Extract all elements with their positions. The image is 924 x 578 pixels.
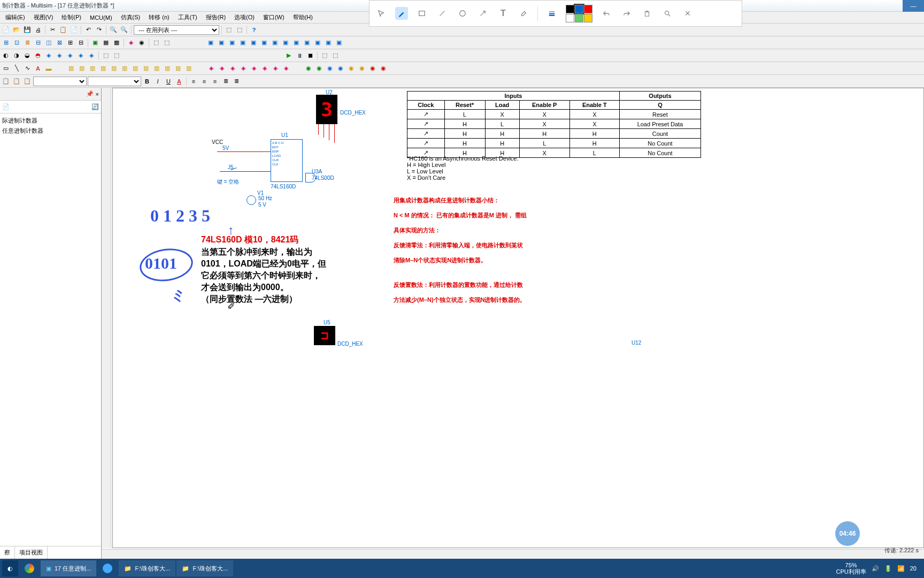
tree-item[interactable]: 际进制计数器: [2, 116, 99, 126]
start-button[interactable]: ◐: [2, 560, 18, 576]
zoom-out-icon[interactable]: 🔍: [119, 25, 129, 35]
tree-new-icon[interactable]: 📄: [2, 103, 10, 110]
connector-icon[interactable]: ◈: [228, 64, 237, 73]
open-icon[interactable]: 📂: [12, 25, 21, 35]
probe-icon[interactable]: ◉: [325, 64, 335, 73]
align-icon[interactable]: ▥: [120, 64, 129, 73]
align-icon[interactable]: ▥: [66, 64, 76, 73]
new-icon[interactable]: 📄: [1, 25, 11, 35]
align-icon[interactable]: ▥: [88, 64, 97, 73]
sim-tool-icon[interactable]: ⬚: [101, 51, 111, 60]
instrument-icon[interactable]: ▣: [238, 38, 248, 48]
taskbar-multisim[interactable]: ▣17 任意进制...: [41, 560, 96, 576]
sim-tool-icon[interactable]: ◓: [33, 51, 43, 60]
align-icon[interactable]: ▥: [130, 64, 140, 73]
bold-icon[interactable]: B: [142, 77, 152, 86]
probe-icon[interactable]: ◉: [304, 64, 313, 73]
component-icon[interactable]: ⊞: [1, 38, 11, 48]
instrument-icon[interactable]: ▣: [334, 38, 344, 48]
circle-tool[interactable]: [456, 7, 469, 20]
align-icon[interactable]: ▥: [152, 64, 161, 73]
cursor-tool[interactable]: [375, 7, 388, 20]
close-panel-icon[interactable]: ×: [96, 91, 99, 97]
component-icon[interactable]: ⬚: [151, 38, 161, 48]
instrument-icon[interactable]: ▣: [270, 38, 280, 48]
delete-button[interactable]: [641, 7, 653, 20]
paste-icon[interactable]: 📄: [69, 25, 79, 35]
arrow-tool[interactable]: [476, 7, 489, 20]
zoom-in-icon[interactable]: 🔍: [109, 25, 118, 35]
menu-edit[interactable]: 编辑(E): [1, 12, 29, 22]
component-icon[interactable]: ⊟: [76, 38, 86, 48]
rect-tool[interactable]: [415, 7, 428, 20]
connector-icon[interactable]: ◈: [206, 64, 216, 73]
align-icon[interactable]: ▥: [173, 64, 183, 73]
component-icon[interactable]: ▩: [112, 38, 121, 48]
design-tree[interactable]: 际进制计数器 任意进制计数器: [0, 113, 101, 546]
instrument-icon[interactable]: ▣: [291, 38, 301, 48]
list-combo[interactable]: --- 在用列表 ---: [134, 25, 219, 35]
redo-button[interactable]: [620, 7, 633, 20]
sim-tool-icon[interactable]: ◒: [22, 51, 32, 60]
sim-tool-icon[interactable]: ◐: [1, 51, 11, 60]
tree-item[interactable]: 任意进制计数器: [2, 126, 99, 136]
connector-icon[interactable]: ◈: [271, 64, 280, 73]
connector-icon[interactable]: ◈: [238, 64, 248, 73]
align-icon[interactable]: ▥: [184, 64, 194, 73]
chip-74ls160d[interactable]: A B C DENTENPLOADCLRCLK: [271, 139, 303, 182]
sim-tool-icon[interactable]: ◈: [76, 51, 86, 60]
component-icon[interactable]: ⬚: [162, 38, 172, 48]
format-icon[interactable]: 📋: [12, 77, 21, 86]
format-icon[interactable]: 📋: [1, 77, 11, 86]
pen-tool[interactable]: [395, 7, 408, 20]
probe-icon[interactable]: ◉: [336, 64, 345, 73]
tray-icon[interactable]: 📶: [897, 565, 905, 572]
help-icon[interactable]: ?: [249, 25, 259, 35]
instrument-icon[interactable]: ▣: [249, 38, 258, 48]
connector-icon[interactable]: ◈: [281, 64, 291, 73]
menu-mcu[interactable]: MCU(M): [86, 13, 117, 22]
seven-segment-display-2[interactable]: ⊐: [314, 326, 335, 345]
color-palette[interactable]: [566, 5, 592, 22]
tool-a-icon[interactable]: ⬚: [224, 25, 234, 35]
component-icon[interactable]: ≣: [22, 38, 32, 48]
instrument-icon[interactable]: ▣: [206, 38, 215, 48]
format-icon[interactable]: 📋: [22, 77, 32, 86]
system-tray[interactable]: 75% CPU利用率 🔊 🔋 📶 20: [831, 562, 922, 575]
connector-icon[interactable]: ◈: [260, 64, 270, 73]
align-icon[interactable]: ▥: [141, 64, 151, 73]
menu-report[interactable]: 报告(R): [202, 12, 230, 22]
size-combo[interactable]: [88, 77, 141, 86]
shape-curve-icon[interactable]: ∿: [22, 64, 32, 73]
taskbar-app[interactable]: [97, 560, 118, 576]
probe-icon[interactable]: ◉: [368, 64, 378, 73]
shape-fill-icon[interactable]: ▬: [44, 64, 53, 73]
align-left-icon[interactable]: ≡: [189, 77, 198, 86]
connector-icon[interactable]: ◈: [249, 64, 259, 73]
font-combo[interactable]: [33, 77, 87, 86]
text-tool[interactable]: T: [497, 7, 510, 20]
cut-icon[interactable]: ✂: [48, 25, 57, 35]
close-toolbar-button[interactable]: ×: [681, 7, 694, 20]
stroke-width-tool[interactable]: [545, 7, 558, 20]
italic-icon[interactable]: I: [153, 77, 163, 86]
tray-icon[interactable]: 🔋: [884, 565, 892, 572]
menu-draw[interactable]: 绘制(P): [57, 12, 86, 22]
redo-icon[interactable]: ↷: [94, 25, 104, 35]
instrument-icon[interactable]: ▣: [281, 38, 290, 48]
instrument-icon[interactable]: ▣: [259, 38, 269, 48]
list-icon[interactable]: ≣: [232, 77, 241, 86]
minimize-button[interactable]: —: [903, 0, 924, 12]
component-icon[interactable]: ▣: [90, 38, 100, 48]
sim-tool-icon[interactable]: ⬚: [330, 51, 340, 60]
component-icon[interactable]: ◉: [137, 38, 147, 48]
video-timestamp-badge[interactable]: 04:46: [835, 521, 860, 546]
sim-tool-icon[interactable]: ◈: [87, 51, 96, 60]
run-icon[interactable]: ▶: [284, 51, 294, 60]
menu-help[interactable]: 帮助(H): [289, 12, 317, 22]
sim-tool-icon[interactable]: ⬚: [112, 51, 121, 60]
instrument-icon[interactable]: ▣: [324, 38, 333, 48]
menu-sim[interactable]: 仿真(S): [117, 12, 145, 22]
align-icon[interactable]: ▥: [77, 64, 87, 73]
probe-icon[interactable]: ◉: [379, 64, 388, 73]
